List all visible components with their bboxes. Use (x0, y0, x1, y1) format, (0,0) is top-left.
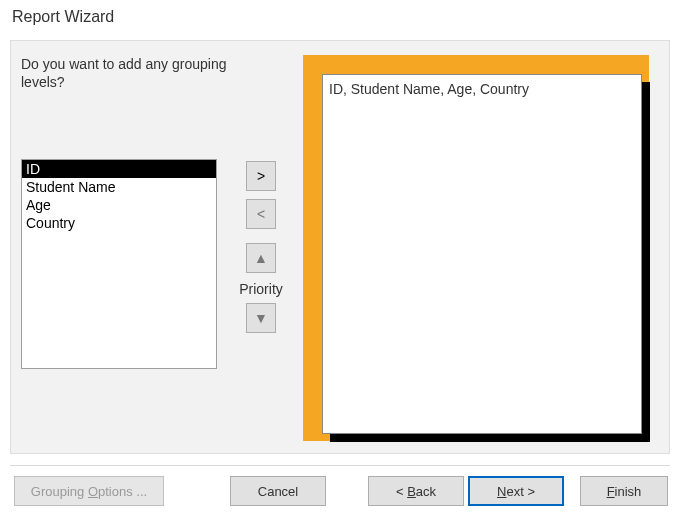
field-item[interactable]: Student Name (22, 178, 216, 196)
report-preview: ID, Student Name, Age, Country (301, 53, 653, 445)
field-item[interactable]: Country (22, 214, 216, 232)
wizard-footer: Grouping Options ... Cancel < Back Next … (0, 466, 680, 530)
preview-page: ID, Student Name, Age, Country (322, 74, 642, 434)
grouping-prompt: Do you want to add any grouping levels? (21, 55, 231, 91)
fields-listbox[interactable]: ID Student Name Age Country (21, 159, 217, 369)
arrow-up-icon: ▲ (254, 250, 268, 266)
grouping-options-button: Grouping Options ... (14, 476, 164, 506)
chevron-left-icon: < (257, 206, 265, 222)
priority-up-button[interactable]: ▲ (246, 243, 276, 273)
priority-label: Priority (233, 281, 289, 297)
add-grouping-button[interactable]: > (246, 161, 276, 191)
remove-grouping-button[interactable]: < (246, 199, 276, 229)
wizard-content: Do you want to add any grouping levels? … (10, 40, 670, 454)
next-button[interactable]: Next > (468, 476, 564, 506)
preview-frame: ID, Student Name, Age, Country (303, 55, 649, 441)
back-button[interactable]: < Back (368, 476, 464, 506)
finish-button[interactable]: Finish (580, 476, 668, 506)
field-item[interactable]: ID (22, 160, 216, 178)
arrow-down-icon: ▼ (254, 310, 268, 326)
chevron-right-icon: > (257, 168, 265, 184)
preview-fields-text: ID, Student Name, Age, Country (329, 81, 529, 97)
priority-down-button[interactable]: ▼ (246, 303, 276, 333)
report-wizard-window: Report Wizard Do you want to add any gro… (0, 0, 680, 530)
window-title: Report Wizard (12, 8, 114, 26)
cancel-button[interactable]: Cancel (230, 476, 326, 506)
field-item[interactable]: Age (22, 196, 216, 214)
grouping-controls: > < ▲ Priority ▼ (233, 161, 289, 341)
